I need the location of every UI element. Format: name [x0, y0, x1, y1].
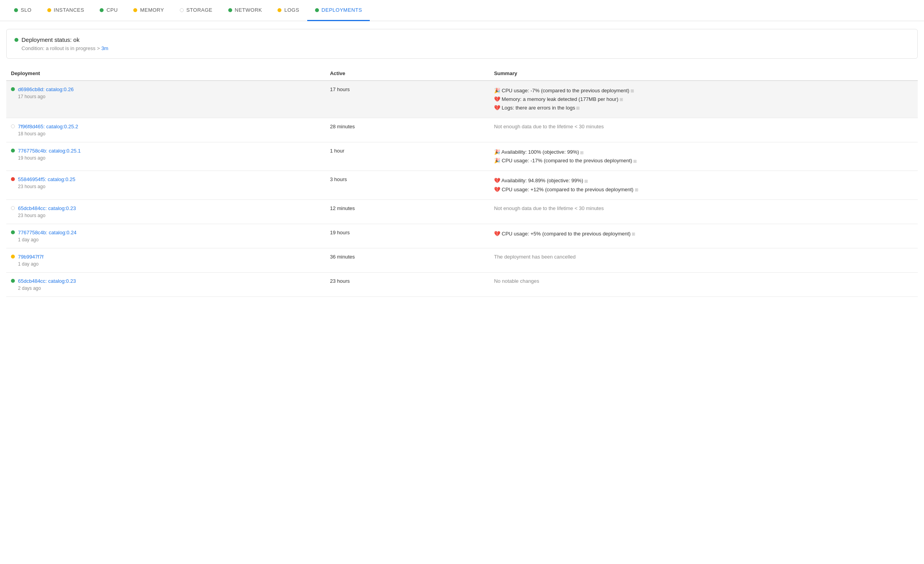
deploy-time-0: 17 hours ago [11, 94, 321, 99]
summary-muted-1: Not enough data due to the lifetime < 30… [494, 124, 604, 129]
chart-icon-0-1[interactable]: ⊞ [620, 96, 623, 103]
chart-icon-5-0[interactable]: ⊞ [632, 230, 635, 238]
table-row: 7f96f8d465: catalog:0.25.218 hours ago28… [6, 118, 918, 142]
summary-emoji-3-0: 💔 [494, 178, 501, 183]
summary-emoji-0-2: 💔 [494, 105, 502, 111]
nav-tabs: SLOINSTANCESCPUMEMORYSTORAGENETWORKLOGSD… [0, 0, 924, 21]
chart-icon-3-1[interactable]: ⊞ [635, 186, 638, 194]
nav-tab-instances[interactable]: INSTANCES [39, 0, 92, 21]
table-row: d6986cb8d: catalog:0.2617 hours ago17 ho… [6, 81, 918, 118]
nav-tab-label-network: NETWORK [235, 7, 262, 13]
summary-emoji-2-0: 🎉 [494, 149, 501, 155]
nav-tab-dot-cpu [100, 8, 104, 12]
table-row: 79b9947f7f1 day ago36 minutesThe deploym… [6, 248, 918, 272]
deploy-link-7[interactable]: 65dcb484cc: catalog:0.23 [18, 278, 76, 284]
nav-tab-dot-instances [47, 8, 51, 12]
nav-tab-dot-deployments [315, 8, 319, 12]
status-banner-subtitle: Condition: a rollout is in progress > 3m [14, 45, 910, 51]
status-banner-title: Deployment status: ok [14, 36, 910, 43]
summary-text-0-0: CPU usage: -7% (compared to the previous… [502, 88, 630, 93]
nav-tab-deployments[interactable]: DEPLOYMENTS [307, 0, 370, 21]
deployments-table-container: Deployment Active Summary d6986cb8d: cat… [6, 66, 918, 297]
deploy-time-2: 19 hours ago [11, 155, 321, 161]
deployment-cell-5: 7767758c4b: catalog:0.241 day ago [6, 224, 325, 248]
col-header-summary: Summary [489, 66, 918, 81]
nav-tab-label-slo: SLO [21, 7, 32, 13]
deploy-link-2[interactable]: 7767758c4b: catalog:0.25.1 [18, 148, 81, 154]
summary-emoji-0-1: 💔 [494, 96, 502, 102]
table-row: 7767758c4b: catalog:0.241 day ago19 hour… [6, 224, 918, 248]
row-dot-5 [11, 230, 15, 234]
deploy-link-6[interactable]: 79b9947f7f [18, 254, 43, 260]
summary-cell-0: 🎉 CPU usage: -7% (compared to the previo… [489, 81, 918, 118]
summary-emoji-2-1: 🎉 [494, 158, 502, 163]
nav-tab-dot-memory [133, 8, 137, 12]
summary-cell-5: 💔 CPU usage: +5% (compared to the previo… [489, 224, 918, 248]
deployment-cell-2: 7767758c4b: catalog:0.25.119 hours ago [6, 142, 325, 171]
deploy-time-4: 23 hours ago [11, 213, 321, 218]
nav-tab-network[interactable]: NETWORK [220, 0, 270, 21]
summary-muted-4: Not enough data due to the lifetime < 30… [494, 205, 604, 211]
summary-line-0-0: 🎉 CPU usage: -7% (compared to the previo… [494, 86, 913, 95]
row-dot-1 [11, 124, 15, 128]
active-cell-4: 12 minutes [325, 199, 489, 224]
nav-tab-logs[interactable]: LOGS [270, 0, 307, 21]
summary-cell-2: 🎉 Availability: 100% (objective: 99%)⊞🎉 … [489, 142, 918, 171]
row-dot-0 [11, 87, 15, 91]
active-cell-1: 28 minutes [325, 118, 489, 142]
table-header: Deployment Active Summary [6, 66, 918, 81]
summary-line-2-0: 🎉 Availability: 100% (objective: 99%)⊞ [494, 148, 913, 156]
deploy-link-5[interactable]: 7767758c4b: catalog:0.24 [18, 230, 77, 235]
nav-tab-storage[interactable]: STORAGE [172, 0, 220, 21]
table-row: 65dcb484cc: catalog:0.2323 hours ago12 m… [6, 199, 918, 224]
row-dot-7 [11, 279, 15, 283]
chart-icon-0-2[interactable]: ⊞ [576, 104, 580, 112]
status-banner: Deployment status: ok Condition: a rollo… [6, 29, 918, 59]
deploy-time-3: 23 hours ago [11, 184, 321, 189]
deployment-cell-0: d6986cb8d: catalog:0.2617 hours ago [6, 81, 325, 118]
deploy-time-5: 1 day ago [11, 237, 321, 242]
summary-text-3-0: Availability: 94.89% (objective: 99%) [501, 178, 583, 183]
nav-tab-dot-slo [14, 8, 18, 12]
col-header-active: Active [325, 66, 489, 81]
summary-cell-3: 💔 Availability: 94.89% (objective: 99%)⊞… [489, 171, 918, 199]
nav-tab-label-storage: STORAGE [186, 7, 213, 13]
summary-text-0-1: Memory: a memory leak detected (177MB pe… [502, 96, 618, 102]
deployment-cell-6: 79b9947f7f1 day ago [6, 248, 325, 272]
deploy-time-1: 18 hours ago [11, 131, 321, 137]
row-dot-4 [11, 206, 15, 210]
nav-tab-label-deployments: DEPLOYMENTS [322, 7, 362, 13]
nav-tab-cpu[interactable]: CPU [92, 0, 125, 21]
nav-tab-label-memory: MEMORY [140, 7, 164, 13]
active-cell-7: 23 hours [325, 272, 489, 296]
table-row: 55846954f5: catalog:0.2523 hours ago3 ho… [6, 171, 918, 199]
nav-tab-slo[interactable]: SLO [6, 0, 39, 21]
deploy-link-4[interactable]: 65dcb484cc: catalog:0.23 [18, 205, 76, 211]
deployment-cell-1: 7f96f8d465: catalog:0.25.218 hours ago [6, 118, 325, 142]
status-subtitle-prefix: Condition: a rollout is in progress > [21, 45, 101, 51]
chart-icon-2-1[interactable]: ⊞ [633, 158, 637, 165]
chart-icon-2-0[interactable]: ⊞ [580, 149, 584, 156]
nav-tab-memory[interactable]: MEMORY [125, 0, 172, 21]
summary-text-2-1: CPU usage: -17% (compared to the previou… [502, 158, 632, 163]
summary-text-5-0: CPU usage: +5% (compared to the previous… [502, 231, 631, 237]
deploy-link-0[interactable]: d6986cb8d: catalog:0.26 [18, 86, 73, 92]
row-dot-6 [11, 255, 15, 259]
status-subtitle-link[interactable]: 3m [101, 45, 108, 51]
chart-icon-0-0[interactable]: ⊞ [630, 87, 634, 95]
deploy-link-1[interactable]: 7f96f8d465: catalog:0.25.2 [18, 124, 78, 129]
table-row: 7767758c4b: catalog:0.25.119 hours ago1 … [6, 142, 918, 171]
deployment-cell-4: 65dcb484cc: catalog:0.2323 hours ago [6, 199, 325, 224]
summary-line-2-1: 🎉 CPU usage: -17% (compared to the previ… [494, 156, 913, 165]
nav-tab-dot-storage [180, 8, 184, 12]
active-cell-5: 19 hours [325, 224, 489, 248]
summary-line-0-2: 💔 Logs: there are errors in the logs⊞ [494, 104, 913, 112]
summary-cell-6: The deployment has been cancelled [489, 248, 918, 272]
nav-tab-label-cpu: CPU [106, 7, 118, 13]
deploy-link-3[interactable]: 55846954f5: catalog:0.25 [18, 176, 75, 182]
active-cell-0: 17 hours [325, 81, 489, 118]
status-banner-text: Deployment status: ok [21, 36, 79, 43]
chart-icon-3-0[interactable]: ⊞ [584, 178, 588, 185]
nav-tab-label-logs: LOGS [284, 7, 299, 13]
table-row: 65dcb484cc: catalog:0.232 days ago23 hou… [6, 272, 918, 296]
